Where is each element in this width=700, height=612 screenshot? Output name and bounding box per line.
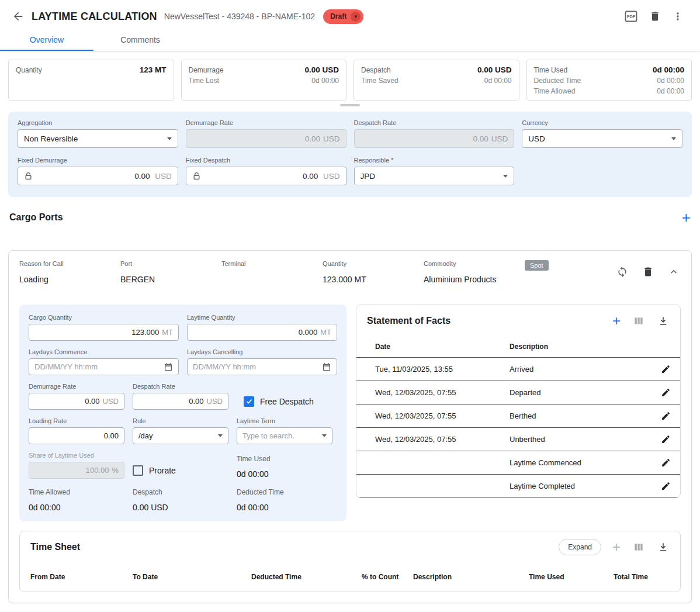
aggregation-select[interactable]: Non Reversible	[18, 129, 178, 148]
app-header: LAYTIME CALCULATION NewVesselTest - 4392…	[0, 0, 700, 29]
more-menu-button[interactable]	[671, 9, 685, 23]
port-column: Port BERGEN	[120, 260, 221, 285]
field-unit: USD	[207, 397, 223, 406]
add-sof-row-button[interactable]: +	[612, 316, 621, 326]
add-cargo-port-button[interactable]: +	[682, 212, 691, 223]
laydays-cancelling-text-input[interactable]	[193, 362, 318, 371]
laytime-term-select[interactable]: Type to search.	[237, 427, 332, 444]
summary-sublabel: Time Allowed	[534, 87, 576, 95]
summary-value: 0.00 USD	[477, 65, 512, 74]
statement-of-facts-panel: Statement of Facts + Date Description	[356, 305, 681, 498]
edit-sof-row-button[interactable]	[660, 363, 672, 375]
edit-sof-row-button[interactable]	[660, 433, 672, 445]
cargo-quantity-input[interactable]: 123.000 MT	[29, 324, 179, 341]
laytime-quantity-input[interactable]: 0.000 MT	[187, 324, 337, 341]
tab-comments[interactable]: Comments	[93, 29, 187, 51]
summary-card-demurrage: Demurrage0.00 USD Time Lost0d 00:00	[181, 60, 347, 101]
fixed-despatch-input[interactable]: 0.00 USD	[186, 167, 346, 185]
lock-icon	[24, 172, 33, 181]
time-sheet-actions: Expand +	[559, 539, 670, 555]
aggregation-value: Non Reversible	[24, 134, 78, 143]
field-value: 0.00	[473, 134, 488, 143]
edit-sof-row-button[interactable]	[660, 386, 672, 399]
status-badge[interactable]: Draft ▾	[323, 9, 363, 24]
ts-col-description: Description	[413, 573, 529, 581]
fixed-demurrage-input[interactable]: 0.00 USD	[18, 167, 178, 185]
ts-col-total-time: Total Time	[614, 573, 670, 581]
timesheet-download-button[interactable]	[657, 541, 670, 554]
page-head: LAYTIME CALCULATION NewVesselTest - 4392…	[0, 0, 700, 51]
summary-value: 123 MT	[140, 65, 167, 74]
resize-handle[interactable]	[340, 104, 360, 106]
cargo-quantity-field: Cargo Quantity 123.000 MT	[29, 314, 179, 341]
prorate-checkbox[interactable]: Prorate	[133, 462, 228, 479]
tab-bar: Overview Comments	[0, 29, 700, 51]
free-despatch-checkbox[interactable]: Free Despatch	[244, 393, 314, 410]
readout-value: 0.00 USD	[133, 503, 228, 512]
edit-sof-row-button[interactable]	[660, 410, 672, 422]
svg-text:PDF: PDF	[627, 15, 636, 19]
checkbox-checked-icon	[244, 396, 254, 407]
columns-icon	[633, 541, 644, 553]
fixed-demurrage-field: Fixed Demurrage 0.00 USD	[18, 157, 178, 185]
pencil-icon	[661, 481, 671, 491]
terminal-value	[221, 275, 318, 285]
column-label: Port	[120, 260, 217, 267]
summary-card-time-used: Time Used0d 00:00 Deducted Time0d 00:00 …	[526, 60, 692, 101]
trash-icon	[642, 266, 654, 278]
sof-description: Laytime Completed	[510, 482, 660, 490]
main-content: Quantity123 MT Demurrage0.00 USD Time Lo…	[0, 60, 700, 603]
sof-description: Unberthed	[510, 435, 660, 444]
sof-columns-button[interactable]	[632, 314, 646, 328]
responsible-select[interactable]: JPD	[354, 167, 515, 185]
download-icon	[658, 316, 668, 326]
calendar-icon[interactable]	[164, 362, 173, 372]
back-button[interactable]	[11, 9, 26, 24]
field-label: Laytime Quantity	[187, 314, 337, 321]
field-label: Loading Rate	[29, 417, 124, 424]
chevron-down-icon	[503, 175, 508, 178]
delete-port-button[interactable]	[641, 265, 655, 279]
sof-description: Laytime Commenced	[510, 458, 660, 467]
sync-port-button[interactable]	[615, 265, 629, 279]
summary-card-despatch: Despatch0.00 USD Time Saved0d 00:00	[354, 60, 519, 101]
laytime-term-placeholder: Type to search.	[242, 431, 294, 440]
loading-rate-input[interactable]: 0.00	[29, 427, 124, 444]
summary-label: Demurrage	[189, 66, 224, 74]
header-actions: PDF	[623, 8, 685, 25]
collapse-port-button[interactable]	[667, 265, 681, 279]
calendar-icon[interactable]	[322, 362, 331, 372]
field-label: Rule	[133, 417, 228, 424]
rule-select[interactable]: /day	[133, 427, 228, 444]
expand-button[interactable]: Expand	[559, 539, 601, 555]
tab-overview[interactable]: Overview	[0, 29, 93, 51]
delete-button[interactable]	[648, 9, 662, 23]
field-label: Despatch Rate	[133, 383, 228, 390]
add-timesheet-row-button[interactable]: +	[612, 542, 621, 552]
currency-select[interactable]: USD	[522, 129, 682, 148]
field-value: 0.00	[305, 134, 320, 143]
time-sheet-panel: Time Sheet Expand + From Date To Date De…	[19, 531, 681, 592]
summary-subvalue: 0d 00:00	[311, 77, 339, 85]
field-label: Currency	[522, 119, 682, 126]
summary-sublabel: Deducted Time	[534, 77, 581, 85]
ts-col-time-used: Time Used	[529, 573, 614, 581]
time-sheet-title: Time Sheet	[30, 542, 80, 552]
chevron-up-icon	[668, 266, 680, 278]
laydays-commence-text-input[interactable]	[34, 362, 160, 371]
field-value: 0.00	[104, 431, 119, 440]
pencil-icon	[661, 388, 671, 397]
port-despatch-rate-input[interactable]: 0.00 USD	[133, 393, 228, 410]
laydays-commence-input[interactable]	[29, 358, 179, 375]
timesheet-columns-button[interactable]	[632, 540, 646, 554]
field-value: 0.00	[134, 172, 150, 181]
laydays-cancelling-input[interactable]	[187, 358, 337, 375]
quantity-column: Quantity 123.000 MT	[323, 260, 424, 285]
export-pdf-button[interactable]: PDF	[623, 8, 639, 25]
edit-sof-row-button[interactable]	[660, 480, 672, 492]
field-label: Laydays Cancelling	[187, 348, 337, 355]
port-demurrage-rate-input[interactable]: 0.00 USD	[29, 393, 124, 410]
edit-sof-row-button[interactable]	[660, 457, 672, 469]
sof-download-button[interactable]	[657, 314, 670, 327]
field-value: 123.000	[131, 328, 159, 337]
